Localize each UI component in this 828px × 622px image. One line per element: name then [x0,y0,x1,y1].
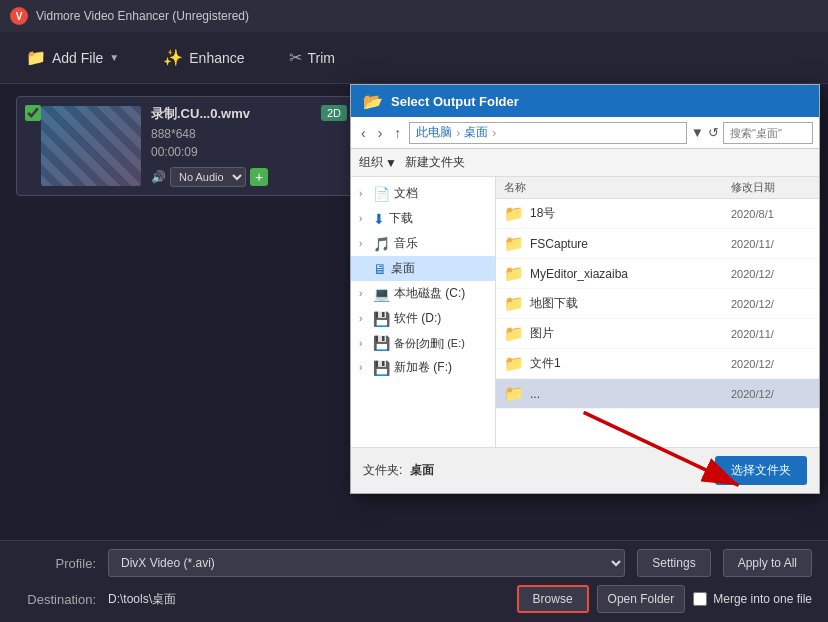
file-name-18: 18号 [530,205,725,222]
file-name-mapdownload: 地图下载 [530,295,725,312]
address-dropdown-button[interactable]: ▼ [691,125,704,140]
organize-label: 组织 [359,154,383,171]
tree-expand-icon: › [359,338,369,349]
trim-button[interactable]: ✂ Trim [279,42,345,73]
forward-button[interactable]: › [374,123,387,143]
merge-label: Merge into one file [693,592,812,606]
enhance-button[interactable]: ✨ Enhance [153,42,254,73]
tree-item-music[interactable]: › 🎵 音乐 [351,231,495,256]
tree-panel: › 📄 文档 › ⬇ 下载 › 🎵 音乐 [351,177,496,447]
bc-computer[interactable]: 此电脑 [416,124,452,141]
tree-item-downloads[interactable]: › ⬇ 下载 [351,206,495,231]
folder-icon: 📁 [504,234,524,253]
content-area: 录制.CU...0.wmv 888*648 00:00:09 🔊 No Audi… [0,84,828,540]
up-button[interactable]: ↑ [390,123,405,143]
tree-drive-f-icon: 💾 [373,360,390,376]
video-thumbnail [41,106,141,186]
file-name-file1: 文件1 [530,355,725,372]
tree-drive-c-icon: 💻 [373,286,390,302]
dialog-toolbar: 组织 ▼ 新建文件夹 [351,149,819,177]
browse-button[interactable]: Browse [517,585,589,613]
tree-item-drive-f[interactable]: › 💾 新加卷 (F:) [351,355,495,380]
title-bar: V Vidmore Video Enhancer (Unregistered) [0,0,828,32]
file-item-file1[interactable]: 📁 文件1 2020/12/ [496,349,819,379]
back-button[interactable]: ‹ [357,123,370,143]
col-name-header: 名称 [504,180,731,195]
video-item: 录制.CU...0.wmv 888*648 00:00:09 🔊 No Audi… [16,96,356,196]
organize-button[interactable]: 组织 ▼ [359,154,397,171]
file-date-more: 2020/12/ [731,388,811,400]
video-audio-row: 🔊 No Audio + [151,167,347,187]
enhance-icon: ✨ [163,48,183,67]
add-file-button[interactable]: 📁 Add File ▼ [16,42,129,73]
tree-expand-icon: › [359,188,369,199]
video-checkbox[interactable] [25,105,41,121]
tree-label-drive-e: 备份[勿删] (E:) [394,336,487,351]
settings-button[interactable]: Settings [637,549,710,577]
file-item-18[interactable]: 📁 18号 2020/8/1 [496,199,819,229]
breadcrumb: 此电脑 › 桌面 › [409,122,686,144]
tree-item-drive-e[interactable]: › 💾 备份[勿删] (E:) [351,331,495,355]
search-input[interactable] [723,122,813,144]
destination-row: Destination: D:\tools\桌面 Browse Open Fol… [16,585,812,613]
audio-select[interactable]: No Audio [170,167,246,187]
trim-label: Trim [308,50,335,66]
tree-item-desktop[interactable]: 🖥 桌面 [351,256,495,281]
tree-folder-icon: 📄 [373,186,390,202]
add-file-dropdown-icon[interactable]: ▼ [109,52,119,63]
merge-checkbox[interactable] [693,592,707,606]
folder-icon: 📁 [504,384,524,403]
tree-music-icon: 🎵 [373,236,390,252]
open-folder-button[interactable]: Open Folder [597,585,686,613]
tree-drive-e-icon: 💾 [373,335,390,351]
file-item-pictures[interactable]: 📁 图片 2020/11/ [496,319,819,349]
tree-item-local-c[interactable]: › 💻 本地磁盘 (C:) [351,281,495,306]
app-logo: V [10,7,28,25]
select-folder-button[interactable]: 选择文件夹 [715,456,807,485]
file-item-fscapture[interactable]: 📁 FSCapture 2020/11/ [496,229,819,259]
add-file-label: Add File [52,50,103,66]
tree-item-drive-d[interactable]: › 💾 软件 (D:) [351,306,495,331]
file-dialog: 📂 Select Output Folder ‹ › ↑ 此电脑 › 桌面 › … [350,84,820,494]
file-item-myeditor[interactable]: 📁 MyEditor_xiazaiba 2020/12/ [496,259,819,289]
folder-icon: 📁 [504,264,524,283]
folder-icon: 📁 [504,294,524,313]
profile-select[interactable]: DivX Video (*.avi) [108,549,625,577]
tree-label-desktop: 桌面 [391,260,487,277]
tree-label-local-c: 本地磁盘 (C:) [394,285,487,302]
video-duration: 00:00:09 [151,145,347,159]
tree-label-drive-d: 软件 (D:) [394,310,487,327]
destination-value: D:\tools\桌面 [108,591,176,608]
tree-item-documents[interactable]: › 📄 文档 [351,181,495,206]
main-window: V Vidmore Video Enhancer (Unregistered) … [0,0,828,622]
dialog-address-bar: ‹ › ↑ 此电脑 › 桌面 › ▼ ↺ [351,117,819,149]
file-name-more: ... [530,387,725,401]
file-date-fscapture: 2020/11/ [731,238,811,250]
add-file-icon: 📁 [26,48,46,67]
dialog-title-bar: 📂 Select Output Folder [351,85,819,117]
tree-expand-icon: › [359,362,369,373]
new-folder-button[interactable]: 新建文件夹 [405,154,465,171]
file-panel-header: 名称 修改日期 [496,177,819,199]
video-filename: 录制.CU...0.wmv [151,105,347,123]
refresh-button[interactable]: ↺ [708,125,719,140]
video-badge: 2D [321,105,347,121]
folder-icon: 📁 [504,354,524,373]
tree-drive-d-icon: 💾 [373,311,390,327]
apply-all-button[interactable]: Apply to All [723,549,812,577]
video-info: 录制.CU...0.wmv 888*648 00:00:09 🔊 No Audi… [151,105,347,187]
audio-icon: 🔊 [151,170,166,184]
bc-desktop[interactable]: 桌面 [464,124,488,141]
file-item-more[interactable]: 📁 ... 2020/12/ [496,379,819,409]
dialog-body: › 📄 文档 › ⬇ 下载 › 🎵 音乐 [351,177,819,447]
file-date-18: 2020/8/1 [731,208,811,220]
file-item-mapdownload[interactable]: 📁 地图下载 2020/12/ [496,289,819,319]
tree-desktop-icon: 🖥 [373,261,387,277]
file-date-file1: 2020/12/ [731,358,811,370]
enhance-label: Enhance [189,50,244,66]
col-date-header: 修改日期 [731,180,811,195]
profile-label: Profile: [16,556,96,571]
add-audio-button[interactable]: + [250,168,268,186]
file-date-mapdownload: 2020/12/ [731,298,811,310]
file-name-pictures: 图片 [530,325,725,342]
